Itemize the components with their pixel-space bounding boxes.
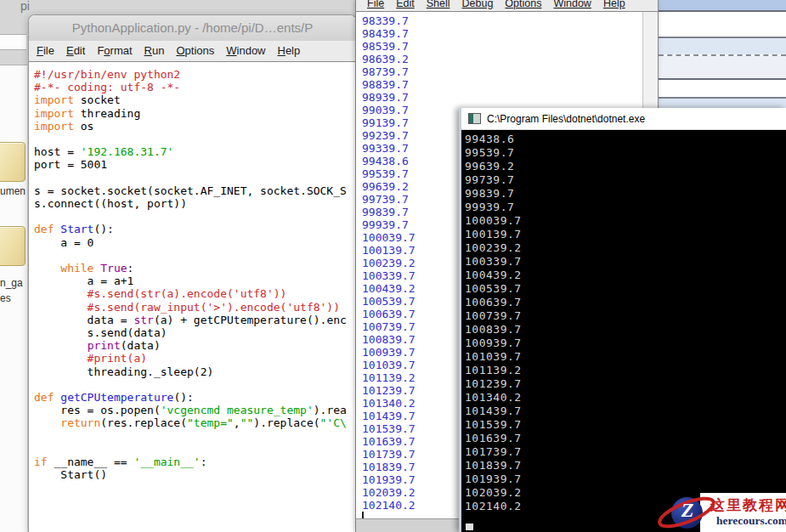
- folder-label: umen: [0, 185, 26, 197]
- console-output-line: 99438.6: [465, 133, 786, 146]
- console-output-line: 100939.7: [465, 337, 786, 350]
- folder-icon[interactable]: [0, 142, 25, 182]
- code-line: [34, 430, 356, 443]
- menu-item-options[interactable]: Options: [170, 41, 220, 61]
- code-editor-area[interactable]: #!/usr/bin/env python2#-*- coding: utf-8…: [29, 62, 356, 532]
- spreadsheet-row: [659, 56, 786, 78]
- console-icon: [468, 113, 481, 124]
- console-output-line: 101539.7: [465, 418, 786, 432]
- console-titlebar[interactable]: C:\Program Files\dotnet\dotnet.exe: [461, 108, 786, 130]
- shell-output-line: 98539.7: [362, 40, 643, 53]
- console-block-cursor: [466, 524, 473, 530]
- code-line: if __name__ == '__main__':: [34, 456, 356, 468]
- folder-label: es: [0, 292, 26, 304]
- code-line: threading._sleep(2): [34, 365, 356, 378]
- console-output-line: 99539.7: [465, 146, 786, 160]
- console-output-line: 100239.2: [465, 241, 786, 255]
- code-line: s = socket.socket(socket.AF_INET, socket…: [34, 184, 356, 197]
- console-output-line: 99739.7: [465, 173, 786, 187]
- console-output-line: 101639.7: [465, 432, 786, 445]
- menu-item-options[interactable]: Options: [499, 0, 547, 8]
- menu-item-window[interactable]: Window: [547, 0, 597, 8]
- code-line: data = str(a) + getCPUtemperature().enc: [34, 314, 356, 326]
- watermark-site-url: herecours.com: [716, 514, 786, 528]
- code-line: a = 0: [34, 236, 356, 249]
- menu-item-file[interactable]: File: [361, 0, 390, 8]
- console-output-line: 99839.7: [465, 187, 786, 201]
- console-output-line: 100439.2: [465, 269, 786, 282]
- idle-editor-window: PythonApplication.py - /home/pi/D…ents/P…: [28, 14, 357, 532]
- code-line: host = '192.168.31.7': [34, 145, 356, 158]
- console-output-area[interactable]: 99438.699539.799639.299739.799839.799939…: [461, 130, 786, 513]
- console-output-line: 101939.7: [465, 473, 786, 486]
- menu-item-format[interactable]: Format: [91, 41, 138, 61]
- menu-item-help[interactable]: Help: [272, 41, 307, 61]
- editor-menubar: FileEditFormatRunOptionsWindowHelp: [29, 41, 356, 62]
- console-output-line: 101239.7: [465, 377, 786, 391]
- console-output-line: 99939.7: [465, 201, 786, 214]
- spreadsheet-row: [659, 38, 786, 54]
- code-line: #s.send(raw_input('>').encode('utf8')): [34, 301, 356, 314]
- file-manager-toolbar: [0, 34, 26, 50]
- watermark-logo-letter: Z: [677, 499, 698, 522]
- spreadsheet-row: [659, 99, 786, 108]
- watermark-site-name: 这里教程网: [710, 495, 786, 515]
- code-line: [34, 210, 356, 223]
- console-output-line: 100339.7: [465, 255, 786, 269]
- shell-output-line: 98739.7: [362, 65, 643, 78]
- console-output-line: 100139.7: [465, 228, 786, 241]
- shell-output-line: 98639.2: [362, 53, 643, 65]
- spreadsheet-panel: [659, 0, 786, 108]
- menu-item-file[interactable]: File: [31, 41, 60, 61]
- menu-item-edit[interactable]: Edit: [60, 41, 91, 61]
- watermark: Z 这里教程网 herecours.com: [654, 493, 786, 532]
- code-line: print(data): [34, 339, 356, 352]
- shell-output-line: 98939.7: [362, 91, 643, 104]
- menu-item-shell[interactable]: Shell: [421, 0, 456, 8]
- shell-output-line: 98839.7: [362, 78, 643, 91]
- file-manager-title: pi: [20, 0, 30, 13]
- desktop: pi umen n_ga es PythonApplication.py - /…: [0, 0, 786, 532]
- console-output-line: 101039.7: [465, 350, 786, 364]
- code-line: [34, 172, 356, 184]
- code-line: [34, 443, 356, 456]
- spreadsheet-gridline: [659, 78, 786, 80]
- menu-item-run[interactable]: Run: [139, 41, 171, 61]
- console-output-line: 100639.7: [465, 296, 786, 309]
- text-caret: [362, 512, 364, 518]
- console-output-line: 101839.7: [465, 459, 786, 473]
- folder-label: n_ga: [0, 277, 26, 289]
- console-output-line: 101739.7: [465, 445, 786, 459]
- code-line: [34, 249, 356, 262]
- console-window: C:\Program Files\dotnet\dotnet.exe 99438…: [459, 108, 786, 532]
- console-output-line: 100739.7: [465, 309, 786, 323]
- editor-titlebar[interactable]: PythonApplication.py - /home/pi/D…ents/P: [29, 15, 356, 41]
- code-line: #print(a): [34, 352, 356, 365]
- console-output-line: 101439.7: [465, 405, 786, 418]
- spreadsheet-row: [659, 0, 786, 10]
- code-line: #!/usr/bin/env python2: [34, 68, 356, 81]
- console-output-line: 100039.7: [465, 214, 786, 228]
- code-line: #s.send(str(a).encode('utf8')): [34, 287, 356, 300]
- code-line: [34, 378, 356, 391]
- code-line: s.send(data): [34, 326, 356, 339]
- code-line: Start(): [34, 468, 356, 481]
- code-line: [34, 133, 356, 145]
- console-output-line: 99639.2: [465, 160, 786, 173]
- menu-item-debug[interactable]: Debug: [456, 0, 500, 8]
- code-line: def getCPUtemperature():: [34, 391, 356, 404]
- spreadsheet-gridline: [659, 10, 786, 12]
- code-line: import os: [34, 120, 356, 133]
- menu-item-edit[interactable]: Edit: [390, 0, 421, 8]
- shell-menubar: FileEditShellDebugOptionsWindowHelp: [356, 0, 658, 12]
- code-line: import socket: [34, 93, 356, 106]
- console-title: C:\Program Files\dotnet\dotnet.exe: [487, 113, 645, 125]
- menu-item-help[interactable]: Help: [597, 0, 631, 8]
- console-output-line: 101139.2: [465, 364, 786, 377]
- code-line: while True:: [34, 262, 356, 274]
- code-line: return(res.replace("temp=","").replace("…: [34, 416, 356, 429]
- shell-output-line: 98439.7: [362, 27, 643, 40]
- menu-item-window[interactable]: Window: [220, 41, 271, 61]
- code-line: #-*- coding: utf-8 -*-: [34, 81, 356, 93]
- folder-icon[interactable]: [0, 226, 25, 266]
